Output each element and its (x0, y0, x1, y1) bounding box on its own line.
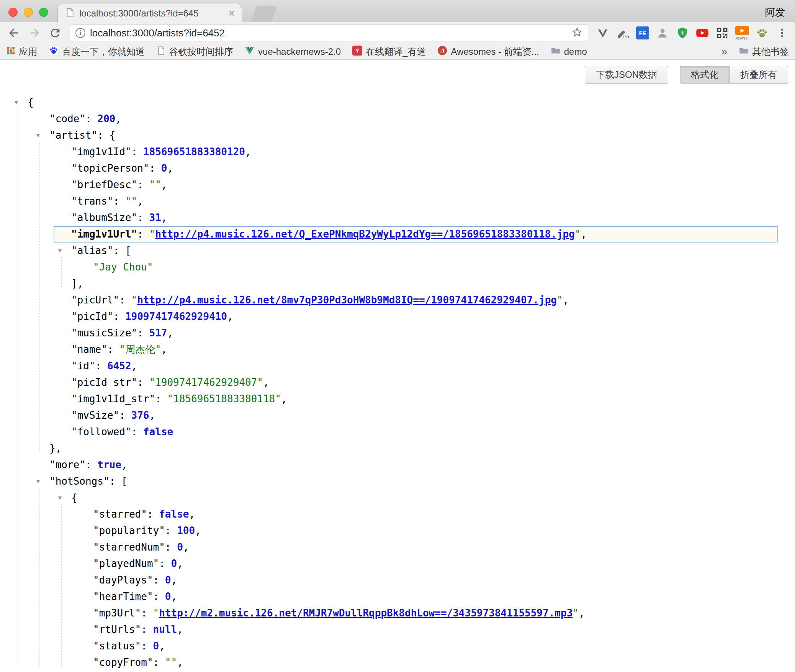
json-url-link[interactable]: http://m2.music.126.net/RMJR7wDullRqppBk… (159, 607, 573, 619)
json-line: "copyFrom": "", (0, 654, 795, 671)
new-tab-button[interactable] (250, 6, 277, 22)
youtube-extension-icon[interactable] (695, 25, 710, 41)
menu-dots-icon[interactable] (774, 25, 790, 41)
bookmark-label: vue-hackernews-2.0 (258, 46, 341, 57)
collapse-all-button[interactable]: 折叠所有 (729, 66, 788, 84)
bookmark-other-bookmarks[interactable]: 其他书签 (739, 46, 789, 58)
shield-extension-icon[interactable]: t (675, 25, 690, 41)
json-line: "starredNum": 0, (0, 539, 795, 556)
json-token: : (165, 525, 177, 536)
paw-extension-icon[interactable] (754, 25, 770, 41)
bookmark-apps[interactable]: 应用 (6, 46, 37, 58)
browser-window: localhost:3000/artists?id=645 × 阿发 i loc… (0, 0, 795, 671)
svg-text:t: t (681, 30, 684, 36)
page-info-icon[interactable]: i (75, 28, 85, 38)
json-token: , (177, 558, 183, 569)
json-token: , (167, 162, 173, 174)
json-token: "img1v1Id" (71, 146, 131, 157)
bookmark-label: 谷歌按时间排序 (169, 46, 233, 58)
collapse-toggle-icon[interactable]: ▼ (58, 243, 62, 259)
bookmark-label: 百度一下，你就知道 (62, 46, 145, 58)
json-line: ], (0, 275, 795, 292)
json-line: "playedNum": 0, (0, 556, 795, 572)
format-button[interactable]: 格式化 (680, 66, 730, 84)
close-window-button[interactable] (8, 8, 18, 17)
json-token: "more" (49, 459, 85, 470)
json-token: : (119, 294, 131, 306)
download-json-button[interactable]: 下载JSON数据 (585, 66, 668, 84)
vimium-extension-icon[interactable] (595, 25, 610, 41)
json-line: "id": 6452, (0, 358, 795, 374)
url-input[interactable]: localhost:3000/artists?id=6452 (90, 27, 566, 39)
collapse-toggle-icon[interactable]: ▼ (36, 473, 40, 490)
maximize-window-button[interactable] (39, 8, 48, 17)
json-token: , (171, 591, 177, 602)
json-token: : (137, 377, 149, 388)
json-token: " (557, 294, 563, 306)
bookmark-label: Awesomes - 前端资... (451, 46, 539, 58)
json-token: : (119, 410, 131, 421)
translate-pen-extension-icon[interactable]: en (615, 25, 630, 41)
json-token: "status" (93, 640, 141, 652)
bookmark-vue-hackernews[interactable]: vue-hackernews-2.0 (245, 46, 341, 58)
json-token: : (153, 591, 165, 602)
collapse-toggle-icon[interactable]: ▼ (15, 94, 18, 111)
reload-button[interactable] (47, 25, 64, 41)
json-token: 200 (97, 113, 115, 125)
forward-button[interactable] (26, 25, 43, 41)
json-token: "starred" (93, 508, 147, 520)
youdao-icon: Y (352, 46, 362, 58)
json-line: "trans": "", (0, 193, 795, 210)
json-line: ▼"hotSongs": [ (0, 473, 795, 490)
json-token: "alias" (71, 245, 113, 256)
browser-tab[interactable]: localhost:3000/artists?id=645 × (57, 4, 242, 22)
json-line: "topicPerson": 0, (0, 160, 795, 177)
profile-name[interactable]: 阿发 (765, 6, 785, 19)
vue-icon (245, 46, 255, 58)
json-token: 0 (161, 162, 167, 174)
json-url-link[interactable]: http://p4.music.126.net/8mv7qP30Pd3oHW8b… (137, 294, 557, 306)
extensions-area: en FE t PLAYER (595, 25, 790, 41)
url-bar[interactable]: i localhost:3000/artists?id=6452 (70, 25, 589, 41)
json-token: "trans" (71, 195, 113, 207)
back-button[interactable] (5, 25, 22, 41)
collapse-toggle-icon[interactable]: ▼ (36, 127, 40, 144)
json-token: 0 (153, 640, 159, 652)
json-token: , (121, 459, 128, 470)
json-token: : (137, 179, 149, 190)
json-token: "copyFrom" (93, 657, 153, 668)
json-token: 517 (149, 327, 167, 339)
json-token: , (177, 624, 183, 635)
bookmark-google-sort[interactable]: 谷歌按时间排序 (156, 46, 233, 58)
profile-person-icon[interactable] (655, 25, 670, 41)
json-token: "19097417462929407" (149, 377, 263, 388)
json-token: "briefDesc" (71, 179, 137, 190)
bookmark-star-icon[interactable] (571, 26, 583, 40)
json-token: : (141, 607, 153, 619)
qr-code-extension-icon[interactable] (715, 25, 730, 41)
tab-close-icon[interactable]: × (229, 8, 235, 19)
bookmarks-overflow-chevron[interactable]: » (721, 46, 727, 58)
fe-extension-icon[interactable]: FE (635, 25, 650, 41)
json-token: false (159, 508, 189, 520)
bookmark-baidu[interactable]: 百度一下，你就知道 (49, 46, 145, 58)
apps-grid-icon (6, 46, 15, 57)
minimize-window-button[interactable] (24, 8, 33, 17)
bookmark-youdao-translate[interactable]: Y 在线翻译_有道 (352, 46, 426, 58)
player-extension-icon[interactable]: PLAYER (734, 25, 750, 41)
json-line: "followed": false (0, 424, 795, 440)
json-token: true (97, 459, 121, 470)
collapse-toggle-icon[interactable]: ▼ (58, 490, 62, 506)
json-token: { (28, 97, 34, 108)
json-token: "code" (49, 113, 85, 125)
json-line: "Jay Chou" (0, 259, 795, 275)
json-token: , (281, 393, 287, 405)
json-token: : (137, 212, 149, 223)
json-line: "picUrl": "http://p4.music.126.net/8mv7q… (0, 292, 795, 308)
json-token: , (159, 640, 165, 652)
bookmark-awesomes[interactable]: A Awesomes - 前端资... (437, 46, 539, 58)
window-controls (8, 8, 48, 17)
json-token: , (115, 113, 121, 125)
json-url-link[interactable]: http://p4.music.126.net/Q_ExePNkmqB2yWyL… (155, 228, 575, 240)
bookmark-demo-folder[interactable]: demo (551, 46, 587, 58)
